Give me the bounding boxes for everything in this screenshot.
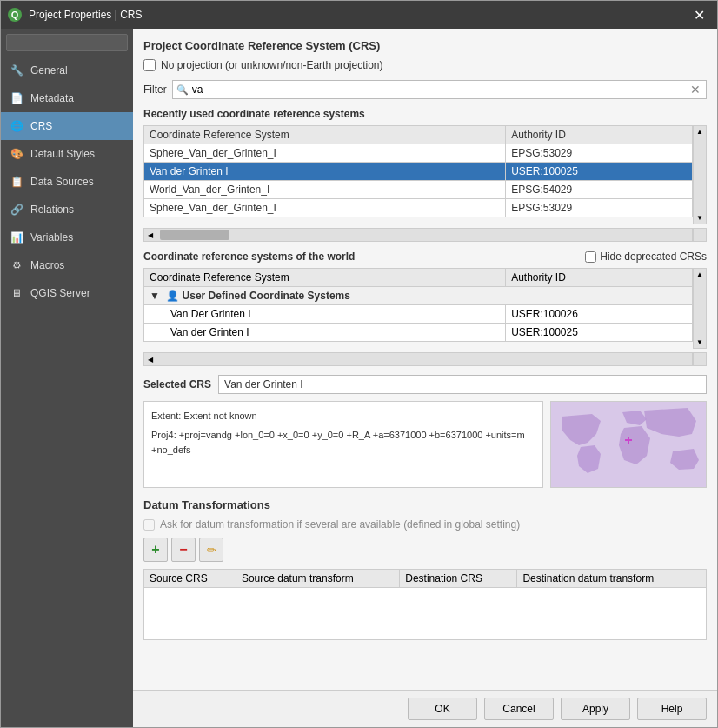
table-row[interactable]: Sphere_Van_der_Grinten_I EPSG:53029 (144, 199, 693, 217)
hide-deprecated-label: Hide deprecated CRSs (600, 250, 707, 263)
world-hscroll-track[interactable]: ◀ (143, 352, 693, 366)
authority-id: EPSG:53029 (506, 144, 693, 163)
project-properties-window: Q Project Properties | CRS ✕ 🔧 General 📄… (0, 0, 718, 728)
world-crs-header: Coordinate reference systems of the worl… (143, 250, 707, 263)
authority-id: USER:100025 (506, 163, 693, 181)
hscroll-left-btn[interactable]: ◀ (144, 230, 156, 240)
add-datum-button[interactable]: + (143, 538, 168, 562)
selected-crs-label: Selected CRS (143, 378, 211, 391)
help-button[interactable]: Help (637, 698, 707, 720)
sidebar-label-metadata: Metadata (30, 92, 74, 104)
no-projection-label: No projection (or unknown/non-Earth proj… (161, 59, 382, 71)
hscroll-corner (693, 228, 707, 242)
crs-group-row[interactable]: ▼ 👤 User Defined Coordinate Systems (144, 287, 693, 305)
crs-info-row: Extent: Extent not known Proj4: +proj=va… (143, 401, 707, 488)
sidebar-label-relations: Relations (30, 204, 74, 216)
hscroll-thumb[interactable] (160, 230, 229, 240)
clear-filter-button[interactable]: ✕ (688, 83, 702, 97)
crs-name: World_Van_der_Grinten_I (144, 181, 506, 199)
sidebar-item-qgis-server[interactable]: 🖥 QGIS Server (1, 279, 133, 307)
close-button[interactable]: ✕ (688, 5, 710, 25)
world-scrollbar[interactable]: ▲ ▼ (693, 268, 707, 349)
crs-text-info: Extent: Extent not known Proj4: +proj=va… (143, 401, 543, 488)
crs-name: Van Der Grinten I (144, 305, 506, 324)
datum-checkbox-row: Ask for datum transformation if several … (143, 518, 707, 531)
footer: OK Cancel Apply Help (133, 690, 717, 727)
main-inner: Project Coordinate Reference System (CRS… (133, 29, 717, 690)
datum-buttons: + − ✏ (143, 538, 707, 562)
world-hscroll-corner (693, 352, 707, 366)
authority-id: USER:100025 (506, 324, 693, 342)
search-icon: 🔍 (176, 84, 189, 96)
selected-crs-value: Van der Grinten I (218, 375, 707, 394)
remove-icon: − (179, 542, 187, 558)
apply-button[interactable]: Apply (561, 698, 630, 720)
no-projection-checkbox[interactable] (143, 59, 156, 71)
edit-icon: ✏ (207, 544, 216, 557)
sidebar-label-data-sources: Data Sources (30, 176, 94, 188)
world-table-container: Coordinate Reference System Authority ID… (143, 268, 693, 349)
datum-checkbox[interactable] (143, 519, 155, 531)
edit-datum-button[interactable]: ✏ (199, 538, 223, 562)
recent-hscroll-track[interactable]: ◀ (143, 228, 693, 242)
group-name: ▼ 👤 User Defined Coordinate Systems (144, 287, 693, 305)
title-bar-left: Q Project Properties | CRS (8, 8, 143, 22)
scroll-up-btn[interactable]: ▲ (694, 126, 706, 137)
crs-map-preview (550, 401, 707, 488)
wrench-icon: 🔧 (10, 63, 23, 77)
hide-deprecated-row: Hide deprecated CRSs (585, 250, 707, 263)
user-icon: 👤 (166, 290, 179, 302)
expand-icon: ▼ (150, 290, 160, 302)
table-row[interactable]: Van der Grinten I USER:100025 (144, 324, 693, 342)
world-crs-title: Coordinate reference systems of the worl… (143, 250, 355, 263)
sidebar-label-crs: CRS (30, 120, 52, 132)
sidebar-item-macros[interactable]: ⚙ Macros (1, 251, 133, 279)
world-crs-col-header: Coordinate Reference System (144, 269, 506, 287)
sidebar-item-crs[interactable]: 🌐 CRS (1, 112, 133, 140)
server-icon: 🖥 (10, 286, 23, 300)
table-row[interactable]: Van Der Grinten I USER:100026 (144, 305, 693, 324)
table-row[interactable]: Sphere_Van_der_Grinten_I EPSG:53029 (144, 144, 693, 163)
add-icon: + (151, 542, 159, 558)
window-title: Project Properties | CRS (29, 9, 143, 21)
sidebar-search-input[interactable] (6, 34, 128, 51)
crs-extent: Extent: Extent not known (151, 409, 535, 424)
recent-authority-col-header: Authority ID (506, 126, 693, 144)
sidebar-item-variables[interactable]: 📊 Variables (1, 224, 133, 251)
remove-datum-button[interactable]: − (171, 538, 196, 562)
sidebar-item-default-styles[interactable]: 🎨 Default Styles (1, 140, 133, 168)
sidebar-item-data-sources[interactable]: 📋 Data Sources (1, 168, 133, 196)
ok-button[interactable]: OK (408, 698, 477, 720)
cancel-button[interactable]: Cancel (484, 698, 554, 720)
datum-section: Datum Transformations Ask for datum tran… (143, 498, 707, 640)
authority-id: EPSG:54029 (506, 181, 693, 199)
sidebar-item-general[interactable]: 🔧 General (1, 57, 133, 84)
world-scroll-up-btn[interactable]: ▲ (694, 269, 706, 280)
world-crs-table: Coordinate Reference System Authority ID… (143, 268, 693, 342)
crs-proj4: Proj4: +proj=vandg +lon_0=0 +x_0=0 +y_0=… (151, 428, 535, 458)
var-icon: 📊 (10, 230, 23, 244)
paint-icon: 🎨 (10, 147, 23, 161)
table-row[interactable]: World_Van_der_Grinten_I EPSG:54029 (144, 181, 693, 199)
scroll-down-btn[interactable]: ▼ (694, 212, 706, 224)
world-hscroll-left-btn[interactable]: ◀ (144, 355, 156, 364)
recent-crs-table: Coordinate Reference System Authority ID… (143, 125, 693, 217)
datum-table: Source CRS Source datum transform Destin… (143, 569, 707, 640)
filter-input[interactable] (192, 83, 685, 96)
crs-name: Van der Grinten I (144, 163, 506, 181)
sidebar-item-metadata[interactable]: 📄 Metadata (1, 84, 133, 112)
sidebar-label-qgis-server: QGIS Server (30, 287, 90, 299)
world-crs-container: Coordinate Reference System Authority ID… (143, 268, 707, 349)
section-title: Project Coordinate Reference System (CRS… (143, 39, 707, 52)
source-crs-col: Source CRS (144, 570, 236, 588)
macro-icon: ⚙ (10, 258, 23, 272)
main-panel: Project Coordinate Reference System (CRS… (133, 29, 717, 727)
world-authority-col-header: Authority ID (506, 269, 693, 287)
world-scroll-down-btn[interactable]: ▼ (694, 337, 706, 348)
no-projection-row: No projection (or unknown/non-Earth proj… (143, 59, 707, 71)
sidebar-item-relations[interactable]: 🔗 Relations (1, 196, 133, 224)
datum-title: Datum Transformations (143, 498, 707, 511)
hide-deprecated-checkbox[interactable] (585, 251, 596, 263)
table-row[interactable]: Van der Grinten I USER:100025 (144, 163, 693, 181)
recent-scrollbar[interactable]: ▲ ▼ (693, 125, 707, 224)
